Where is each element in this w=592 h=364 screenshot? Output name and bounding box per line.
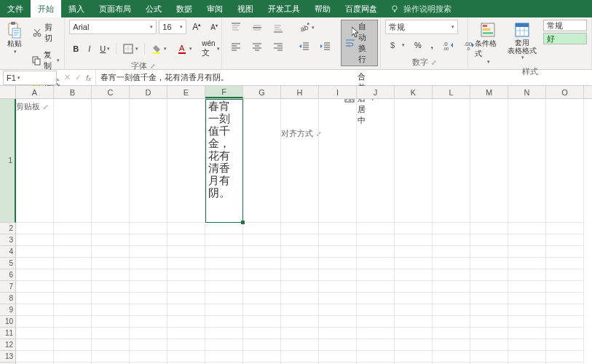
phonetic-button[interactable]: wén文▾	[198, 37, 223, 60]
tab-home[interactable]: 开始	[31, 0, 61, 17]
cell[interactable]	[16, 293, 54, 304]
cell[interactable]	[395, 223, 433, 234]
cell[interactable]	[205, 234, 243, 246]
cell[interactable]	[92, 339, 130, 351]
cell[interactable]	[16, 328, 54, 339]
cell[interactable]	[281, 304, 319, 316]
cell[interactable]	[243, 99, 281, 223]
cell[interactable]	[319, 304, 357, 316]
underline-button[interactable]: U▾	[96, 42, 114, 55]
name-box[interactable]: F1 ▾	[3, 71, 57, 85]
cell[interactable]	[243, 351, 281, 363]
cell[interactable]	[130, 258, 167, 269]
cell[interactable]	[357, 351, 395, 363]
cell[interactable]	[281, 293, 319, 304]
cell[interactable]	[395, 351, 433, 363]
font-name-combo[interactable]: Arial ▾	[69, 20, 157, 34]
cell[interactable]	[167, 258, 205, 269]
align-center-button[interactable]	[248, 39, 267, 55]
cell[interactable]	[508, 304, 546, 316]
cell[interactable]	[508, 281, 546, 293]
tab-pagelayout[interactable]: 页面布局	[92, 0, 138, 17]
cell[interactable]	[16, 269, 54, 281]
col-header-A[interactable]: A	[16, 86, 54, 98]
cell[interactable]	[54, 269, 92, 281]
col-header-G[interactable]: G	[243, 86, 281, 98]
cell[interactable]	[205, 304, 243, 316]
cell[interactable]	[546, 293, 584, 304]
cell[interactable]	[92, 258, 130, 269]
cell[interactable]	[16, 258, 54, 269]
tab-file[interactable]: 文件	[0, 0, 31, 17]
cell[interactable]	[205, 328, 243, 339]
cell[interactable]	[54, 99, 92, 223]
tab-review[interactable]: 审阅	[200, 0, 230, 17]
col-header-M[interactable]: M	[470, 86, 508, 98]
cell[interactable]	[508, 269, 546, 281]
cell[interactable]	[281, 223, 319, 234]
cell[interactable]	[130, 234, 167, 246]
cell[interactable]	[508, 258, 546, 269]
cell[interactable]	[395, 246, 433, 258]
cell[interactable]	[54, 281, 92, 293]
cell[interactable]	[357, 223, 395, 234]
cell[interactable]	[357, 293, 395, 304]
cell[interactable]	[205, 339, 243, 351]
decrease-indent-button[interactable]	[295, 39, 314, 55]
cell[interactable]	[243, 328, 281, 339]
cell[interactable]	[546, 304, 584, 316]
cell[interactable]	[54, 293, 92, 304]
decrease-font-button[interactable]: A▾	[207, 20, 221, 33]
cell[interactable]	[319, 293, 357, 304]
row-header-13[interactable]: 13	[0, 351, 16, 363]
tab-formula[interactable]: 公式	[138, 0, 169, 17]
cell[interactable]	[433, 293, 470, 304]
cell[interactable]	[130, 293, 167, 304]
cell[interactable]	[470, 269, 508, 281]
cell[interactable]	[281, 281, 319, 293]
tab-view[interactable]: 视图	[230, 0, 261, 17]
cell[interactable]	[470, 281, 508, 293]
orientation-button[interactable]: ab▾	[295, 20, 318, 36]
cell[interactable]	[92, 223, 130, 234]
cell[interactable]	[54, 328, 92, 339]
cell[interactable]	[433, 99, 470, 223]
bold-button[interactable]: B	[69, 42, 82, 55]
tab-help[interactable]: 帮助	[307, 0, 338, 17]
cell[interactable]	[357, 339, 395, 351]
cell-style-good[interactable]: 好	[543, 33, 587, 44]
cell[interactable]	[433, 269, 470, 281]
grid[interactable]: 1234567891011121314	[0, 99, 592, 364]
cell[interactable]	[470, 258, 508, 269]
cell[interactable]	[243, 223, 281, 234]
cell[interactable]	[508, 351, 546, 363]
dialog-launcher-icon[interactable]: ⤢	[431, 59, 437, 66]
cell[interactable]	[319, 99, 357, 223]
cell[interactable]	[433, 351, 470, 363]
cell[interactable]	[281, 246, 319, 258]
cell[interactable]	[433, 258, 470, 269]
tab-insert[interactable]: 插入	[61, 0, 92, 17]
cell[interactable]	[319, 281, 357, 293]
cell[interactable]	[130, 281, 167, 293]
row-header-5[interactable]: 5	[0, 258, 16, 269]
increase-font-button[interactable]: A▴	[189, 20, 205, 34]
cell[interactable]	[167, 316, 205, 328]
cell[interactable]	[54, 339, 92, 351]
cell[interactable]	[433, 223, 470, 234]
cell[interactable]	[395, 234, 433, 246]
cell[interactable]	[357, 246, 395, 258]
cell[interactable]	[243, 281, 281, 293]
cell[interactable]	[357, 269, 395, 281]
cell[interactable]	[433, 234, 470, 246]
cell[interactable]	[395, 293, 433, 304]
row-header-3[interactable]: 3	[0, 234, 16, 246]
font-color-button[interactable]: A▾	[173, 41, 196, 57]
percent-button[interactable]: %	[411, 39, 425, 52]
cell[interactable]	[167, 293, 205, 304]
row-header-10[interactable]: 10	[0, 316, 16, 328]
cell[interactable]	[546, 234, 584, 246]
cell[interactable]	[243, 316, 281, 328]
cell[interactable]	[167, 351, 205, 363]
cell[interactable]	[243, 304, 281, 316]
